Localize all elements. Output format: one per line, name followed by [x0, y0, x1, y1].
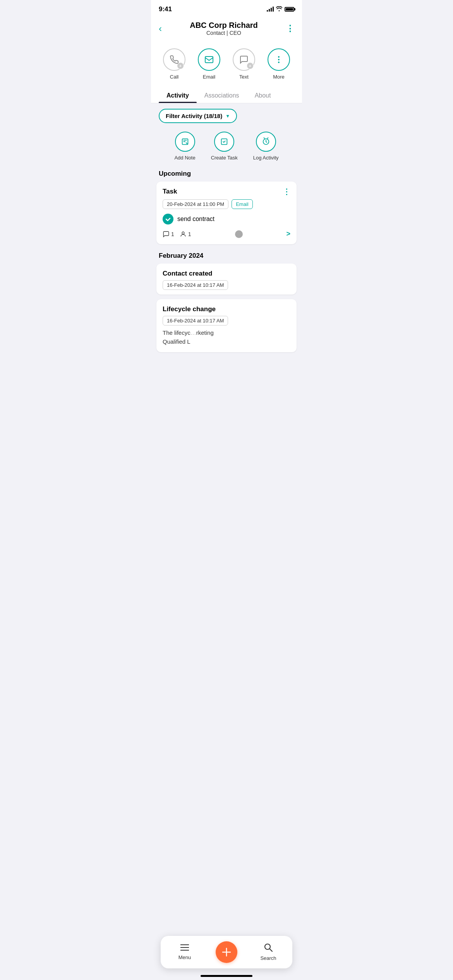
log-activity-button[interactable]: Log Activity [253, 132, 279, 161]
create-task-button[interactable]: Create Task [211, 132, 238, 161]
call-label: Call [170, 74, 178, 80]
contact-created-title: Contact created [163, 270, 290, 278]
task-chevron-icon[interactable]: > [286, 230, 290, 238]
call-icon-circle: + [163, 48, 185, 71]
email-label: Email [203, 74, 216, 80]
signal-icon [267, 7, 274, 12]
task-card-title: Task [163, 188, 177, 195]
task-comments-count: 1 [171, 231, 174, 237]
svg-point-1 [278, 56, 280, 58]
task-type-tag: Email [232, 199, 253, 209]
filter-bar: Filter Activity (18/18) ▼ [151, 103, 302, 128]
status-icons [267, 6, 294, 12]
quick-actions-row: Add Note Create Task Log Activity [151, 128, 302, 167]
task-description: send contract [177, 216, 214, 223]
add-note-label: Add Note [174, 155, 195, 161]
lifecycle-sub-text: Qualified L [163, 338, 190, 345]
tabs: Activity Associations About [151, 87, 302, 103]
call-button[interactable]: + Call [163, 48, 185, 80]
header-title-area: ABC Corp Richard Contact | CEO [190, 21, 258, 36]
create-task-icon-circle [214, 132, 234, 152]
filter-label: Filter Activity (18/18) [166, 113, 222, 119]
contact-role: Contact | CEO [190, 30, 258, 36]
lifecycle-change-card: Lifecycle change 16-Feb-2024 at 10:17 AM… [156, 299, 297, 352]
text-icon-circle: + [233, 48, 255, 71]
add-note-icon-circle [175, 132, 195, 152]
tab-associations[interactable]: Associations [197, 87, 247, 103]
task-status-dot [235, 230, 243, 238]
task-date-tag: 20-Feb-2024 at 11:00 PM [163, 199, 228, 209]
lifecycle-description: The lifecyc…rketing Qualified L [163, 329, 290, 346]
tab-activity[interactable]: Activity [159, 87, 197, 103]
call-plus-badge: + [177, 62, 184, 69]
lifecycle-text-end: rketing [196, 329, 214, 336]
text-plus-badge: + [247, 62, 254, 69]
create-task-label: Create Task [211, 155, 238, 161]
task-comments: 1 [163, 231, 174, 238]
task-meta: 1 1 [163, 231, 191, 238]
upcoming-section-label: Upcoming [151, 167, 302, 182]
task-assignees: 1 [180, 231, 191, 238]
lifecycle-change-date: 16-Feb-2024 at 10:17 AM [163, 316, 228, 326]
add-note-button[interactable]: Add Note [174, 132, 195, 161]
text-button[interactable]: + Text [233, 48, 255, 80]
content-area: Filter Activity (18/18) ▼ Add Note [151, 103, 302, 403]
text-label: Text [239, 74, 249, 80]
wifi-icon [276, 6, 282, 12]
chevron-down-icon: ▼ [225, 113, 230, 119]
log-activity-icon-circle [256, 132, 276, 152]
task-card-footer: 1 1 > [163, 230, 290, 238]
contact-created-card: Contact created 16-Feb-2024 at 10:17 AM [156, 264, 297, 295]
task-card: Task ⋮ 20-Feb-2024 at 11:00 PM Email sen… [156, 182, 297, 244]
status-time: 9:41 [159, 5, 172, 13]
log-activity-label: Log Activity [253, 155, 279, 161]
action-buttons-row: + Call Email + Text [151, 42, 302, 87]
task-card-menu-button[interactable]: ⋮ [283, 188, 290, 195]
lifecycle-text-mid: … [190, 329, 196, 336]
more-icon-circle [268, 48, 290, 71]
header: ‹ ABC Corp Richard Contact | CEO ⋮ [151, 16, 302, 42]
email-button[interactable]: Email [198, 48, 220, 80]
header-more-button[interactable]: ⋮ [286, 24, 294, 34]
lifecycle-text-start: The lifecyc [163, 329, 190, 336]
svg-point-2 [278, 59, 280, 60]
task-row: send contract [163, 214, 290, 224]
more-action-button[interactable]: More [268, 48, 290, 80]
svg-rect-0 [205, 57, 213, 63]
status-bar: 9:41 [151, 0, 302, 16]
tab-about[interactable]: About [247, 87, 279, 103]
back-button[interactable]: ‹ [159, 23, 162, 34]
contact-name: ABC Corp Richard [190, 21, 258, 30]
february-section-label: February 2024 [151, 249, 302, 264]
svg-point-7 [182, 232, 184, 234]
contact-created-date: 16-Feb-2024 at 10:17 AM [163, 280, 228, 290]
svg-point-3 [278, 62, 280, 63]
filter-pill[interactable]: Filter Activity (18/18) ▼ [159, 109, 237, 123]
task-tags-row: 20-Feb-2024 at 11:00 PM Email [163, 199, 290, 209]
more-label: More [273, 74, 285, 80]
battery-icon [285, 7, 294, 12]
email-icon-circle [198, 48, 220, 71]
task-check-icon [163, 214, 173, 224]
task-assignees-count: 1 [188, 231, 191, 237]
task-card-header: Task ⋮ [163, 188, 290, 195]
lifecycle-change-title: Lifecycle change [163, 305, 290, 313]
